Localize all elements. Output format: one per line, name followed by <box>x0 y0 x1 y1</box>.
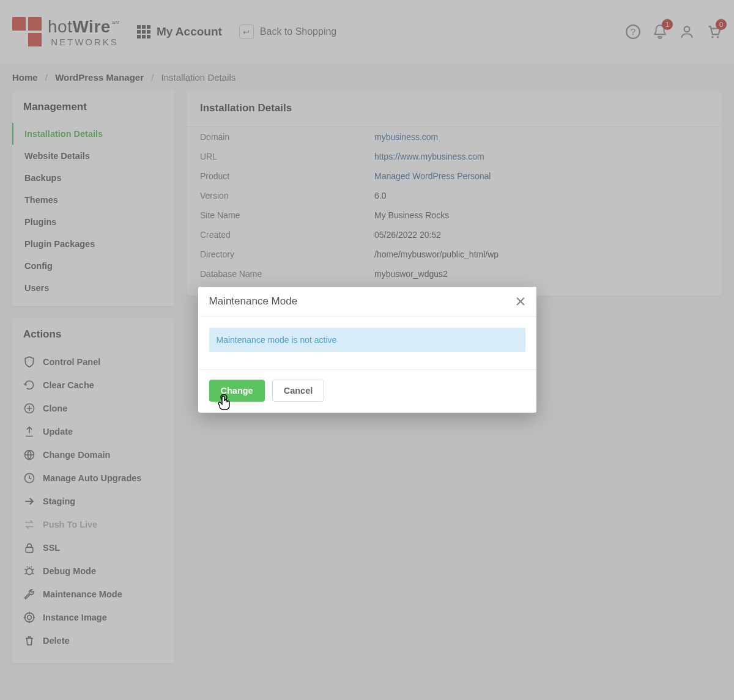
modal-close-button[interactable] <box>516 297 525 306</box>
modal-title: Maintenance Mode <box>209 295 298 308</box>
close-icon <box>516 297 525 306</box>
maintenance-status: Maintenance mode is not active <box>209 328 525 352</box>
cancel-button[interactable]: Cancel <box>272 380 325 402</box>
cursor-pointer-icon <box>217 394 232 412</box>
maintenance-mode-modal: Maintenance Mode Maintenance mode is not… <box>198 287 536 413</box>
modal-overlay[interactable]: Maintenance Mode Maintenance mode is not… <box>0 0 734 700</box>
